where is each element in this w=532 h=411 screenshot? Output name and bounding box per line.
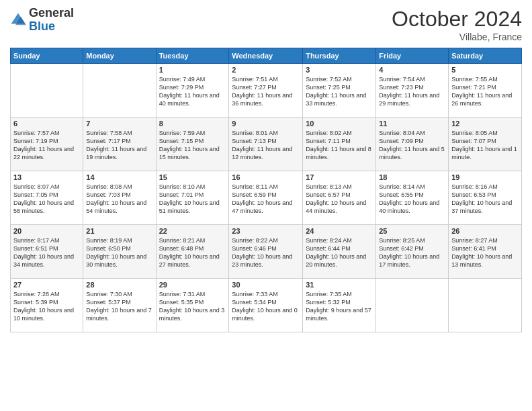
day-info-2-6: Sunrise: 8:16 AM Sunset: 6:53 PM Dayligh… [451,183,519,216]
cell-3-6: 26Sunrise: 8:27 AM Sunset: 6:41 PM Dayli… [449,225,522,279]
day-number-1-4: 10 [306,120,373,128]
day-number-0-6: 5 [451,66,519,74]
cell-1-4: 10Sunrise: 8:02 AM Sunset: 7:11 PM Dayli… [303,118,376,171]
day-number-0-4: 3 [306,66,373,74]
day-number-1-2: 8 [159,120,226,128]
day-info-1-6: Sunrise: 8:05 AM Sunset: 7:07 PM Dayligh… [451,129,519,162]
day-number-1-0: 6 [13,120,80,128]
day-number-2-0: 13 [13,173,80,181]
header-tuesday: Tuesday [156,48,229,64]
cell-4-5 [376,279,449,332]
day-info-1-5: Sunrise: 8:04 AM Sunset: 7:09 PM Dayligh… [379,129,445,162]
day-number-0-5: 4 [379,66,445,74]
day-number-3-5: 25 [379,227,445,235]
cell-1-5: 11Sunrise: 8:04 AM Sunset: 7:09 PM Dayli… [376,118,449,171]
cell-2-4: 17Sunrise: 8:13 AM Sunset: 6:57 PM Dayli… [303,171,376,225]
day-number-3-2: 22 [159,227,226,235]
day-info-4-4: Sunrise: 7:35 AM Sunset: 5:32 PM Dayligh… [306,290,373,323]
day-info-2-1: Sunrise: 8:08 AM Sunset: 7:03 PM Dayligh… [86,183,152,216]
week-row-1: 6Sunrise: 7:57 AM Sunset: 7:19 PM Daylig… [11,118,522,171]
week-row-2: 13Sunrise: 8:07 AM Sunset: 7:05 PM Dayli… [11,171,522,225]
day-number-2-3: 16 [232,173,300,181]
cell-1-0: 6Sunrise: 7:57 AM Sunset: 7:19 PM Daylig… [11,118,83,171]
day-info-1-0: Sunrise: 7:57 AM Sunset: 7:19 PM Dayligh… [13,129,80,162]
day-number-4-4: 31 [306,281,373,289]
day-number-0-3: 2 [232,66,300,74]
header-thursday: Thursday [303,48,376,64]
cell-4-0: 27Sunrise: 7:28 AM Sunset: 5:39 PM Dayli… [11,279,83,332]
day-info-3-0: Sunrise: 8:17 AM Sunset: 6:51 PM Dayligh… [13,236,80,269]
week-row-0: 1Sunrise: 7:49 AM Sunset: 7:29 PM Daylig… [11,64,522,118]
cell-3-0: 20Sunrise: 8:17 AM Sunset: 6:51 PM Dayli… [11,225,83,279]
title-block: October 2024 Villabe, France [392,7,522,42]
header-friday: Friday [376,48,449,64]
cell-2-6: 19Sunrise: 8:16 AM Sunset: 6:53 PM Dayli… [449,171,522,225]
location: Villabe, France [392,32,522,42]
day-info-3-5: Sunrise: 8:25 AM Sunset: 6:42 PM Dayligh… [379,236,445,269]
day-number-3-3: 23 [232,227,300,235]
day-number-1-6: 12 [451,120,519,128]
calendar-page: General Blue October 2024 Villabe, Franc… [0,0,532,411]
day-number-1-5: 11 [379,120,445,128]
day-number-4-3: 30 [232,281,300,289]
header-saturday: Saturday [449,48,522,64]
cell-3-5: 25Sunrise: 8:25 AM Sunset: 6:42 PM Dayli… [376,225,449,279]
cell-0-0 [11,64,83,118]
day-number-2-6: 19 [451,173,519,181]
day-info-0-3: Sunrise: 7:51 AM Sunset: 7:27 PM Dayligh… [232,75,300,108]
day-number-0-2: 1 [159,66,226,74]
day-info-2-5: Sunrise: 8:14 AM Sunset: 6:55 PM Dayligh… [379,183,445,216]
header-sunday: Sunday [11,48,83,64]
cell-0-6: 5Sunrise: 7:55 AM Sunset: 7:21 PM Daylig… [449,64,522,118]
cell-3-3: 23Sunrise: 8:22 AM Sunset: 6:46 PM Dayli… [229,225,303,279]
cell-4-1: 28Sunrise: 7:30 AM Sunset: 5:37 PM Dayli… [83,279,156,332]
day-info-2-4: Sunrise: 8:13 AM Sunset: 6:57 PM Dayligh… [306,183,373,216]
day-info-4-3: Sunrise: 7:33 AM Sunset: 5:34 PM Dayligh… [232,290,300,323]
cell-2-0: 13Sunrise: 8:07 AM Sunset: 7:05 PM Dayli… [11,171,83,225]
day-number-3-6: 26 [451,227,519,235]
week-row-3: 20Sunrise: 8:17 AM Sunset: 6:51 PM Dayli… [11,225,522,279]
cell-1-3: 9Sunrise: 8:01 AM Sunset: 7:13 PM Daylig… [229,118,303,171]
day-number-3-0: 20 [13,227,80,235]
day-info-3-6: Sunrise: 8:27 AM Sunset: 6:41 PM Dayligh… [451,236,519,269]
day-info-3-3: Sunrise: 8:22 AM Sunset: 6:46 PM Dayligh… [232,236,300,269]
week-row-4: 27Sunrise: 7:28 AM Sunset: 5:39 PM Dayli… [11,279,522,332]
day-number-4-2: 29 [159,281,226,289]
header: General Blue October 2024 Villabe, Franc… [10,7,522,42]
cell-1-2: 8Sunrise: 7:59 AM Sunset: 7:15 PM Daylig… [156,118,229,171]
day-info-1-2: Sunrise: 7:59 AM Sunset: 7:15 PM Dayligh… [159,129,226,162]
day-info-1-3: Sunrise: 8:01 AM Sunset: 7:13 PM Dayligh… [232,129,300,162]
cell-0-1 [83,64,156,118]
day-number-2-5: 18 [379,173,445,181]
logo-blue-text: Blue [29,19,55,33]
cell-1-1: 7Sunrise: 7:58 AM Sunset: 7:17 PM Daylig… [83,118,156,171]
day-number-3-1: 21 [86,227,152,235]
day-info-2-0: Sunrise: 8:07 AM Sunset: 7:05 PM Dayligh… [13,183,80,216]
cell-0-5: 4Sunrise: 7:54 AM Sunset: 7:23 PM Daylig… [376,64,449,118]
day-info-0-5: Sunrise: 7:54 AM Sunset: 7:23 PM Dayligh… [379,75,445,108]
day-info-2-2: Sunrise: 8:10 AM Sunset: 7:01 PM Dayligh… [159,183,226,216]
day-number-2-2: 15 [159,173,226,181]
day-info-2-3: Sunrise: 8:11 AM Sunset: 6:59 PM Dayligh… [232,183,300,216]
day-info-4-0: Sunrise: 7:28 AM Sunset: 5:39 PM Dayligh… [13,290,80,323]
cell-4-2: 29Sunrise: 7:31 AM Sunset: 5:35 PM Dayli… [156,279,229,332]
cell-3-1: 21Sunrise: 8:19 AM Sunset: 6:50 PM Dayli… [83,225,156,279]
cell-4-6 [449,279,522,332]
header-monday: Monday [83,48,156,64]
day-info-4-1: Sunrise: 7:30 AM Sunset: 5:37 PM Dayligh… [86,290,152,323]
cell-2-1: 14Sunrise: 8:08 AM Sunset: 7:03 PM Dayli… [83,171,156,225]
cell-2-3: 16Sunrise: 8:11 AM Sunset: 6:59 PM Dayli… [229,171,303,225]
cell-3-4: 24Sunrise: 8:24 AM Sunset: 6:44 PM Dayli… [303,225,376,279]
day-number-4-0: 27 [13,281,80,289]
header-wednesday: Wednesday [229,48,303,64]
day-info-3-1: Sunrise: 8:19 AM Sunset: 6:50 PM Dayligh… [86,236,152,269]
day-info-3-4: Sunrise: 8:24 AM Sunset: 6:44 PM Dayligh… [306,236,373,269]
cell-1-6: 12Sunrise: 8:05 AM Sunset: 7:07 PM Dayli… [449,118,522,171]
day-info-0-2: Sunrise: 7:49 AM Sunset: 7:29 PM Dayligh… [159,75,226,108]
logo-icon [10,12,26,28]
day-number-2-4: 17 [306,173,373,181]
day-info-1-1: Sunrise: 7:58 AM Sunset: 7:17 PM Dayligh… [86,129,152,162]
day-number-4-1: 28 [86,281,152,289]
day-info-0-4: Sunrise: 7:52 AM Sunset: 7:25 PM Dayligh… [306,75,373,108]
day-info-1-4: Sunrise: 8:02 AM Sunset: 7:11 PM Dayligh… [306,129,373,162]
